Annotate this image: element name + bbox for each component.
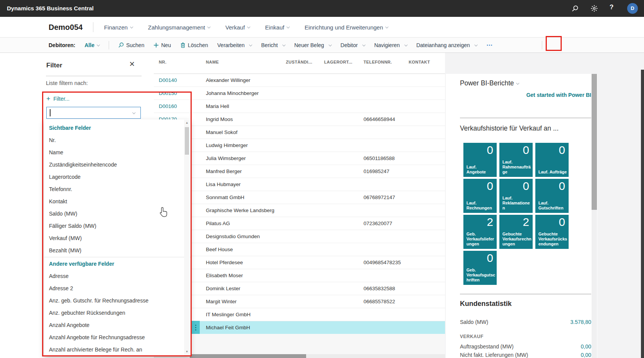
- filter-field-input[interactable]: [46, 107, 141, 119]
- powerbi-get-started-link[interactable]: Get started with Power BI: [460, 92, 591, 98]
- cell-name[interactable]: Ingrid Moos: [206, 113, 233, 126]
- new-document-menu[interactable]: Neuer Beleg: [294, 42, 331, 48]
- close-icon[interactable]: ×: [129, 59, 135, 69]
- gear-icon[interactable]: [591, 5, 598, 12]
- table-row[interactable]: Pilatus AG 0723620077: [154, 217, 445, 230]
- powerbi-section-title[interactable]: Power BI-Berichte: [460, 79, 519, 87]
- cell-nr[interactable]: D00150: [159, 87, 177, 100]
- table-row[interactable]: Margit Winter 06685578522: [154, 295, 445, 308]
- table-row[interactable]: Sonnmatt GmbH 06768972147: [154, 191, 445, 204]
- dropdown-item[interactable]: Lagerortcode: [44, 171, 191, 183]
- cell-name[interactable]: Hotel Pferdesee: [206, 256, 243, 269]
- menu-einrichtung[interactable]: Einrichtung und Erweiterungen: [305, 24, 388, 31]
- kpi-tile[interactable]: 2 Gebuchte Verkaufsrechnungen: [499, 215, 533, 249]
- dropdown-scrollbar-thumb[interactable]: [185, 127, 189, 155]
- cell-name[interactable]: Beef House: [206, 243, 233, 256]
- col-header-nr[interactable]: NR.: [159, 60, 166, 64]
- table-row[interactable]: D00160 Maria Hell: [154, 100, 445, 113]
- col-header-name[interactable]: NAME: [206, 60, 219, 64]
- cell-name[interactable]: Johanna Minochberger: [206, 87, 259, 100]
- menu-einkauf[interactable]: Einkauf: [265, 24, 289, 31]
- report-menu[interactable]: Bericht: [261, 42, 285, 48]
- scroll-down-icon[interactable]: ▼: [185, 350, 189, 353]
- menu-zahlungsmanagement[interactable]: Zahlungsmanagement: [148, 24, 210, 31]
- cell-nr[interactable]: D00160: [159, 100, 177, 113]
- cell-nr[interactable]: D00140: [159, 74, 177, 87]
- dropdown-item[interactable]: Anzahl archivierter Belege für Rech. an: [44, 343, 191, 356]
- cell-name[interactable]: Margit Winter: [206, 295, 236, 308]
- more-options-button[interactable]: ⋯: [486, 41, 493, 49]
- avatar[interactable]: D: [627, 3, 638, 14]
- col-header-kontakt[interactable]: KONTAKT: [409, 60, 430, 64]
- kpi-tile[interactable]: 0 Lauf. Angebote: [463, 143, 497, 177]
- cell-name[interactable]: Alexander Willinger: [206, 74, 250, 87]
- navigate-menu[interactable]: Navigieren: [374, 42, 407, 48]
- cell-name[interactable]: IT Meslinger GmbH: [206, 308, 251, 321]
- cell-name[interactable]: Pilatus AG: [206, 217, 230, 230]
- dropdown-item[interactable]: Nr.: [44, 134, 191, 146]
- kpi-tile[interactable]: 0 Lauf. Rechnungen: [463, 179, 497, 213]
- cell-name[interactable]: Designstudio Gmunden: [206, 230, 260, 243]
- dropdown-scrollbar[interactable]: [184, 120, 190, 356]
- menu-finanzen[interactable]: Finanzen: [104, 24, 133, 31]
- dropdown-item[interactable]: Adresse 2: [44, 282, 191, 294]
- cell-name[interactable]: Maria Hell: [206, 100, 229, 113]
- kpi-tile[interactable]: 0 Lauf. Reklamationen: [499, 179, 533, 213]
- cell-name[interactable]: Manuel Sokof: [206, 126, 238, 139]
- kpi-tile[interactable]: 2 Geb. Verkaufslieferungen: [463, 215, 497, 249]
- customer-menu[interactable]: Debitor: [341, 42, 365, 48]
- cell-name[interactable]: Sonnmatt GmbH: [206, 191, 245, 204]
- cell-name[interactable]: Dominik Lester: [206, 282, 240, 295]
- table-row[interactable]: Manuel Sokof: [154, 126, 445, 139]
- dropdown-item[interactable]: Telefonnr.: [44, 183, 191, 195]
- table-row[interactable]: Elisabeth Moser: [154, 269, 445, 282]
- dropdown-item[interactable]: Verkauf (MW): [44, 232, 191, 244]
- dropdown-item[interactable]: Anzahl Angebote: [44, 319, 191, 331]
- view-filter-alle[interactable]: Alle: [85, 42, 99, 48]
- table-row[interactable]: D00150 Johanna Minochberger: [154, 87, 445, 100]
- dropdown-item[interactable]: Anz. geb. Gutschr. für Rechnungsadresse: [44, 294, 191, 307]
- attachment-menu[interactable]: Dateianhang anzeigen: [416, 42, 477, 48]
- kpi-tile[interactable]: 0 Geb. Verkaufsgutschriften: [463, 251, 497, 285]
- process-menu[interactable]: Verarbeiten: [217, 42, 252, 48]
- factbox-scrollbar-thumb[interactable]: [592, 74, 597, 210]
- delete-button[interactable]: Löschen: [180, 42, 208, 48]
- col-header-lagerort[interactable]: LAGERORT...: [324, 60, 352, 64]
- kpi-tile[interactable]: 0 Lauf. Rahmenaufträge: [499, 143, 533, 177]
- table-row[interactable]: Designstudio Gmunden: [154, 230, 445, 243]
- table-row[interactable]: Beef House: [154, 243, 445, 256]
- table-row[interactable]: D00170 Ingrid Moos 06646658944: [154, 113, 445, 126]
- page-scrollbar[interactable]: [641, 70, 644, 358]
- dropdown-item[interactable]: Anz. gebuchter Rücksendungen: [44, 307, 191, 319]
- stat-value[interactable]: 3.578,80: [571, 319, 592, 325]
- cell-name[interactable]: Elisabeth Moser: [206, 269, 243, 282]
- menu-verkauf[interactable]: Verkauf: [225, 24, 250, 31]
- table-row[interactable]: Ludwig Himberger: [154, 139, 445, 152]
- company-name[interactable]: Demo054: [49, 17, 83, 38]
- dropdown-item[interactable]: Fälliger Saldo (MW): [44, 220, 191, 232]
- dropdown-item[interactable]: Zuständigkeitseinheitencode: [44, 159, 191, 171]
- dropdown-item[interactable]: Kontakt: [44, 195, 191, 208]
- table-row[interactable]: Dominik Lester 06635832588: [154, 282, 445, 295]
- selected-row-handle[interactable]: [191, 321, 200, 334]
- cell-name[interactable]: Manfred Berger: [206, 165, 242, 178]
- cell-name[interactable]: Julia Wimsberger: [206, 152, 246, 165]
- dropdown-item[interactable]: Name: [44, 146, 191, 159]
- cell-name[interactable]: Michael Feit GmbH: [206, 321, 250, 334]
- search-button[interactable]: Suchen: [118, 42, 144, 48]
- table-row[interactable]: IT Meslinger GmbH: [154, 308, 445, 321]
- dropdown-item[interactable]: Adresse: [44, 270, 191, 282]
- horizontal-scrollbar-thumb[interactable]: [190, 354, 306, 358]
- cell-name[interactable]: Ludwig Himberger: [206, 139, 248, 152]
- cell-name[interactable]: Graphische Werke Landsberg: [206, 204, 274, 217]
- scroll-up-icon[interactable]: ▲: [185, 121, 189, 124]
- help-icon[interactable]: ?: [610, 3, 613, 11]
- stat-value[interactable]: 0,00: [581, 352, 591, 358]
- table-row[interactable]: Manfred Berger 016985247: [154, 165, 445, 178]
- col-header-zustaendig[interactable]: ZUSTÄNDI...: [286, 60, 312, 64]
- kpi-tile[interactable]: 0 Gebuchte Verkaufsrücksendungen: [535, 215, 569, 249]
- cell-name[interactable]: Lisa Hubmayer: [206, 178, 241, 191]
- table-row[interactable]: Hotel Pferdesee 0049685478235: [154, 256, 445, 269]
- dropdown-item[interactable]: Saldo (MW): [44, 208, 191, 220]
- dropdown-item[interactable]: Bezahlt (MW): [44, 244, 191, 257]
